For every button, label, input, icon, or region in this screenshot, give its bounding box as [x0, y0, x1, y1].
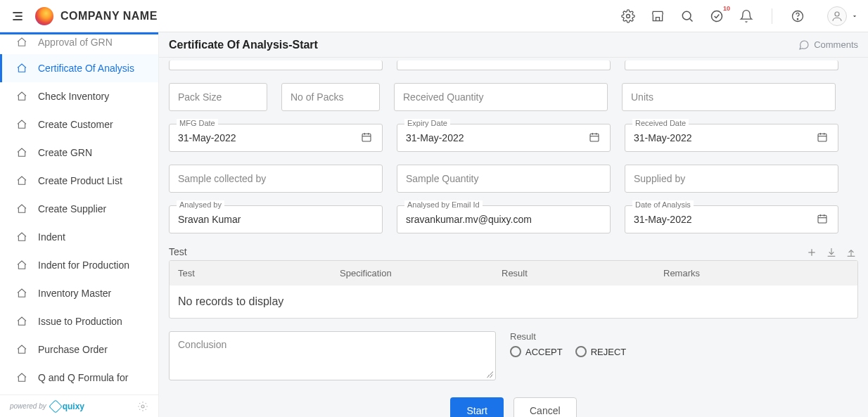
sidebar-item-label: Certificate Of Analysis — [38, 63, 134, 74]
svg-line-5 — [690, 18, 693, 21]
bell-icon[interactable] — [739, 9, 753, 23]
received-quantity-field[interactable]: Received Quantity — [394, 83, 608, 111]
field-prev-col2[interactable] — [397, 60, 611, 70]
settings-gear-icon[interactable] — [621, 9, 635, 23]
company-name: COMPANY NAME — [60, 10, 158, 23]
result-reject-radio[interactable]: REJECT — [575, 346, 627, 357]
sidebar-item-purchase-order[interactable]: Purchase Order — [0, 335, 158, 364]
app-header: COMPANY NAME 10 — [0, 0, 868, 32]
analysed-by-email-field[interactable]: Analysed by Email Id sravankumar.mv@quix… — [397, 205, 611, 233]
sidebar-item-certificate-of-analysis[interactable]: Certificate Of Analysis — [0, 54, 158, 82]
sidebar-item-label: Approval of GRN — [38, 37, 113, 48]
received-date-value: 31-May-2022 — [634, 132, 817, 143]
received-date-label: Received Date — [632, 119, 689, 127]
add-row-icon[interactable] — [806, 247, 819, 259]
sidebar-item-label: Indent for Production — [38, 259, 129, 271]
result-label: Result — [510, 331, 626, 342]
start-button[interactable]: Start — [450, 397, 504, 417]
upload-icon[interactable] — [845, 247, 858, 259]
user-menu[interactable] — [827, 6, 858, 26]
units-placeholder: Units — [631, 91, 826, 103]
received-date-field[interactable]: Received Date 31-May-2022 — [625, 124, 838, 152]
store-icon[interactable] — [651, 9, 665, 23]
svg-rect-19 — [818, 134, 826, 141]
search-icon[interactable] — [680, 9, 694, 23]
calendar-icon[interactable] — [817, 213, 829, 226]
svg-rect-23 — [818, 215, 826, 223]
sidebar-item-check-inventory[interactable]: Check Inventory — [0, 82, 158, 110]
mfg-date-field[interactable]: MFG Date 31-May-2022 — [169, 124, 383, 152]
svg-point-8 — [797, 18, 798, 19]
sidebar-item-label: Purchase Order — [38, 344, 108, 355]
supplied-by-field[interactable]: Supplied by — [625, 165, 838, 193]
home-icon — [15, 203, 28, 215]
supplied-by-placeholder: Supplied by — [634, 173, 829, 184]
comments-icon — [798, 39, 810, 51]
calendar-icon[interactable] — [361, 131, 374, 144]
sidebar-item-inventory-master[interactable]: Inventory Master — [0, 279, 158, 307]
menu-toggle-icon[interactable] — [10, 8, 25, 24]
sidebar-settings-icon[interactable] — [137, 401, 148, 412]
analysed-by-field[interactable]: Analysed by Sravan Kumar — [169, 205, 383, 233]
mfg-date-value: 31-May-2022 — [178, 132, 361, 143]
sidebar-item-create-product-list[interactable]: Create Product List — [0, 167, 158, 195]
home-icon — [15, 259, 28, 271]
conclusion-textarea[interactable]: Conclusion — [169, 331, 496, 380]
chevron-down-icon — [851, 13, 858, 20]
sidebar-items: Approval of GRN Certificate Of Analysis … — [0, 34, 158, 392]
radio-icon — [575, 346, 587, 357]
sidebar: Approval of GRN Certificate Of Analysis … — [0, 32, 159, 417]
sidebar-item-approval-of-grn[interactable]: Approval of GRN — [0, 34, 158, 54]
field-prev-col3[interactable] — [625, 60, 838, 70]
header-divider — [772, 8, 772, 24]
svg-rect-15 — [590, 134, 599, 141]
sidebar-item-q-and-q-formula[interactable]: Q and Q Formula for — [0, 364, 158, 392]
sidebar-item-create-grn[interactable]: Create GRN — [0, 139, 158, 167]
result-accept-radio[interactable]: ACCEPT — [510, 346, 563, 357]
pack-size-field[interactable]: Pack Size — [169, 83, 267, 111]
sidebar-item-label: Q and Q Formula for — [38, 372, 128, 383]
sidebar-item-create-supplier[interactable]: Create Supplier — [0, 195, 158, 223]
sample-quantity-field[interactable]: Sample Quantity — [397, 165, 611, 193]
tasks-icon[interactable]: 10 — [710, 9, 724, 23]
sidebar-item-indent-for-production[interactable]: Indent for Production — [0, 251, 158, 279]
sidebar-item-issue-to-production[interactable]: Issue to Production — [0, 307, 158, 335]
sidebar-item-create-customer[interactable]: Create Customer — [0, 110, 158, 139]
date-of-analysis-label: Date of Analysis — [632, 200, 694, 209]
svg-rect-11 — [362, 134, 371, 141]
date-of-analysis-value: 31-May-2022 — [634, 214, 817, 225]
sidebar-item-indent[interactable]: Indent — [0, 223, 158, 251]
calendar-icon[interactable] — [817, 131, 829, 144]
no-of-packs-placeholder: No of Packs — [291, 91, 371, 103]
result-group: Result ACCEPT REJECT — [510, 331, 626, 357]
test-panel: Test Test Specification Result Remarks N… — [169, 246, 858, 319]
comments-link[interactable]: Comments — [798, 39, 858, 51]
expiry-date-value: 31-May-2022 — [406, 132, 589, 143]
field-prev-col1[interactable] — [169, 60, 383, 70]
home-icon — [15, 62, 28, 75]
sidebar-item-label: Create Customer — [38, 119, 113, 130]
radio-icon — [510, 346, 521, 357]
comments-label: Comments — [814, 39, 858, 50]
date-of-analysis-field[interactable]: Date of Analysis 31-May-2022 — [625, 205, 838, 233]
download-icon[interactable] — [826, 247, 838, 259]
units-field[interactable]: Units — [622, 83, 836, 111]
svg-point-3 — [627, 14, 630, 18]
sample-quantity-placeholder: Sample Quantity — [406, 173, 601, 184]
svg-point-9 — [835, 12, 839, 16]
help-icon[interactable] — [791, 9, 805, 23]
expiry-date-field[interactable]: Expiry Date 31-May-2022 — [397, 124, 611, 152]
analysed-by-email-value: sravankumar.mv@quixy.com — [406, 214, 601, 225]
result-reject-label: REJECT — [591, 347, 627, 357]
sample-collected-by-field[interactable]: Sample collected by — [169, 165, 383, 193]
no-of-packs-field[interactable]: No of Packs — [281, 83, 380, 111]
analysed-by-value: Sravan Kumar — [178, 214, 374, 225]
calendar-icon[interactable] — [589, 131, 601, 144]
cancel-button[interactable]: Cancel — [513, 397, 577, 417]
svg-point-4 — [682, 11, 691, 20]
quixy-logo[interactable]: quixy — [51, 402, 84, 411]
test-table-head: Test Specification Result Remarks — [170, 261, 857, 286]
sidebar-item-label: Create GRN — [38, 147, 92, 158]
sample-collected-by-placeholder: Sample collected by — [178, 173, 374, 184]
col-specification: Specification — [331, 261, 493, 286]
